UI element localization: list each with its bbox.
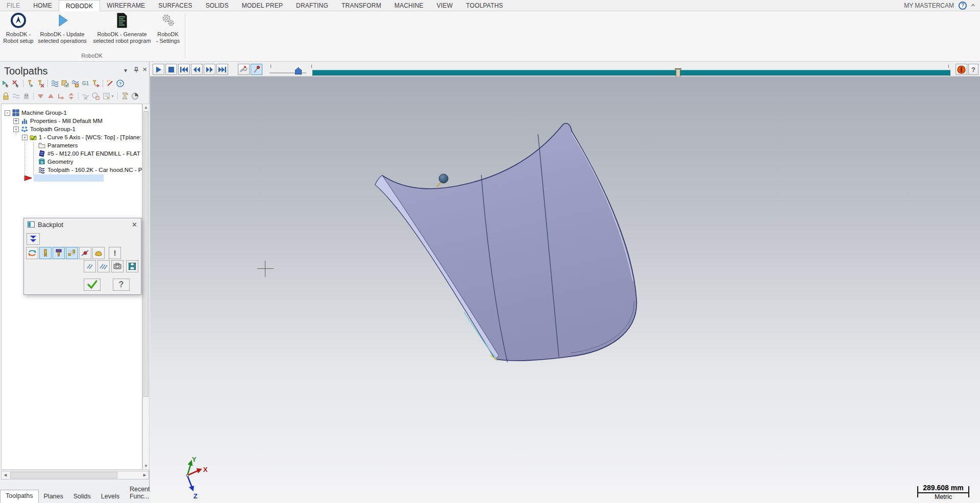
collapse-panel-button[interactable] <box>27 233 40 245</box>
tab-machine[interactable]: MACHINE <box>388 0 430 11</box>
simulate-mode-button[interactable] <box>26 247 38 259</box>
account-label[interactable]: MY MASTERCAM <box>904 2 954 9</box>
tab-wireframe[interactable]: WIREFRAME <box>100 0 152 11</box>
panel-tab-solids[interactable]: Solids <box>68 491 96 503</box>
skip-to-start-button[interactable] <box>178 64 190 75</box>
regenerate-selected-button[interactable] <box>26 79 35 88</box>
skip-to-end-button[interactable] <box>216 64 228 75</box>
verify-button[interactable] <box>60 79 70 88</box>
scroll-down-icon[interactable]: ▼ <box>143 464 149 468</box>
tree-item-machine-group[interactable]: - Machine Group-1 <box>2 109 142 117</box>
hide-toolpath-icon[interactable] <box>81 91 90 101</box>
point-mode-toggle[interactable] <box>251 64 262 75</box>
stop-button[interactable] <box>165 64 177 75</box>
ghost-operations-icon[interactable] <box>21 91 31 101</box>
quick-verify-button[interactable] <box>92 247 105 259</box>
panel-tab-toolpaths[interactable]: Toolpaths <box>0 490 39 503</box>
trace-mode-toggle[interactable] <box>238 64 250 75</box>
tree-item-geometry[interactable]: S Geometry <box>2 158 142 166</box>
robodk-settings-button[interactable]: RoboDK - Settings <box>153 13 183 44</box>
step-forward-button[interactable] <box>204 64 215 75</box>
tool-tip-sphere[interactable] <box>439 174 448 183</box>
tree-item-toolpath-group[interactable]: - Toolpath Group-1 <box>2 125 142 133</box>
select-all-operations-button[interactable] <box>1 79 11 88</box>
backplot-button[interactable] <box>50 79 60 88</box>
dialog-close-icon[interactable]: ✕ <box>132 221 137 229</box>
toolpath-progress-bar[interactable] <box>312 70 950 76</box>
scroll-right-icon[interactable]: ► <box>142 472 147 477</box>
save-geometry-button[interactable] <box>126 260 138 272</box>
scrollbar-thumb[interactable] <box>10 472 117 479</box>
scrollbar-thumb[interactable] <box>143 111 149 397</box>
snapshot-button[interactable] <box>111 260 124 272</box>
edit-common-parameters-button[interactable] <box>105 79 115 88</box>
graphics-viewport[interactable]: Y X Z 289.608 mm Metric <box>150 77 980 503</box>
scroll-insert-icon[interactable] <box>66 91 76 101</box>
tree-item-properties[interactable]: + Properties - Mill Default MM <box>2 117 142 125</box>
stop-conditions-toggle-button[interactable]: ! <box>109 247 121 259</box>
pin-icon[interactable] <box>133 67 139 73</box>
tree-item-tool[interactable]: #5 - M12.00 FLAT ENDMILL - FLAT END <box>2 149 142 158</box>
speed-slider-thumb[interactable] <box>295 67 302 74</box>
statistics-pie-icon[interactable] <box>130 91 140 101</box>
backplot-title-bar[interactable]: Backplot ✕ <box>24 218 141 231</box>
tab-surfaces[interactable]: SURFACES <box>152 0 199 11</box>
regenerate-failed-button[interactable] <box>36 79 45 88</box>
tab-drafting[interactable]: DRAFTING <box>289 0 335 11</box>
tab-model-prep[interactable]: MODEL PREP <box>235 0 289 11</box>
display-toolpaths-icon[interactable] <box>11 91 21 101</box>
move-up-icon[interactable] <box>46 91 56 101</box>
tab-robodk[interactable]: ROBODK <box>59 0 100 11</box>
step-back-button[interactable] <box>191 64 203 75</box>
panel-tab-levels[interactable]: Levels <box>96 491 125 503</box>
backplot-dialog[interactable]: Backplot ✕ ! <box>23 218 141 295</box>
move-down-icon[interactable] <box>36 91 45 101</box>
robodk-robot-setup-button[interactable]: RoboDK - Robot setup <box>3 13 34 44</box>
help-icon[interactable]: ? <box>959 2 967 10</box>
panel-close-icon[interactable]: ✕ <box>142 66 147 73</box>
display-endpoints-button[interactable] <box>79 247 91 259</box>
robodk-update-operations-button[interactable]: RoboDK - Update selected operations <box>34 13 91 44</box>
toolpaths-help-icon[interactable]: ? <box>115 79 125 88</box>
tree-item-curve-5-axis[interactable]: - 1 - Curve 5 Axis - [WCS: Top] - [Tplan… <box>2 133 142 141</box>
hood-surface[interactable] <box>375 123 636 361</box>
toolpath-trace-all-button[interactable] <box>97 260 110 272</box>
tab-home[interactable]: HOME <box>27 0 59 11</box>
panel-tab-planes[interactable]: Planes <box>39 491 68 503</box>
ok-button[interactable] <box>84 279 101 291</box>
tab-view[interactable]: VIEW <box>430 0 459 11</box>
simulator-options-button[interactable] <box>70 79 80 88</box>
insert-arrow-icon[interactable] <box>56 91 66 101</box>
time-estimate-icon[interactable] <box>120 91 130 101</box>
unselect-all-operations-button[interactable] <box>11 79 21 88</box>
tab-file[interactable]: FILE <box>0 0 27 11</box>
post-selected-button[interactable] <box>91 79 101 88</box>
tab-transform[interactable]: TRANSFORM <box>335 0 388 11</box>
display-tool-button[interactable] <box>39 247 52 259</box>
display-rapid-moves-button[interactable] <box>66 247 78 259</box>
display-holder-button[interactable] <box>53 247 65 259</box>
collapse-ribbon-icon[interactable]: ^ <box>971 3 975 8</box>
toolpath-trace-one-button[interactable] <box>84 260 96 272</box>
scroll-up-icon[interactable]: ▲ <box>143 105 149 110</box>
tab-solids[interactable]: SOLIDS <box>199 0 235 11</box>
tab-toolpaths[interactable]: TOOLPATHS <box>459 0 509 11</box>
collapse-expander-icon[interactable]: - <box>5 110 10 116</box>
play-button[interactable] <box>153 64 164 75</box>
playback-help-button[interactable]: ? <box>968 64 978 75</box>
robodk-generate-program-button[interactable]: RoboDK - Generate selected robot program <box>91 13 153 44</box>
stop-conditions-button[interactable] <box>955 64 967 75</box>
tree-insert-position-row[interactable] <box>2 174 142 182</box>
geometry-select-icon[interactable] <box>91 91 101 101</box>
tree-item-parameters[interactable]: Parameters <box>2 141 142 149</box>
scroll-left-icon[interactable]: ◄ <box>3 472 8 477</box>
display-options-dropdown[interactable]: ▾ <box>101 91 115 101</box>
help-button[interactable]: ? <box>113 279 130 291</box>
tree-horizontal-scrollbar[interactable]: ◄ ► <box>1 471 149 480</box>
lock-icon[interactable] <box>1 91 11 101</box>
tree-vertical-scrollbar[interactable]: ▲ ▼ <box>142 104 150 470</box>
panel-menu-icon[interactable]: ▾ <box>124 67 127 74</box>
tree-item-toolpath-file[interactable]: Toolpath - 160.2K - Car hood.NC - Prog <box>2 166 142 174</box>
g1-post-button[interactable]: G1 <box>81 79 90 88</box>
car-hood-model[interactable] <box>150 77 980 503</box>
